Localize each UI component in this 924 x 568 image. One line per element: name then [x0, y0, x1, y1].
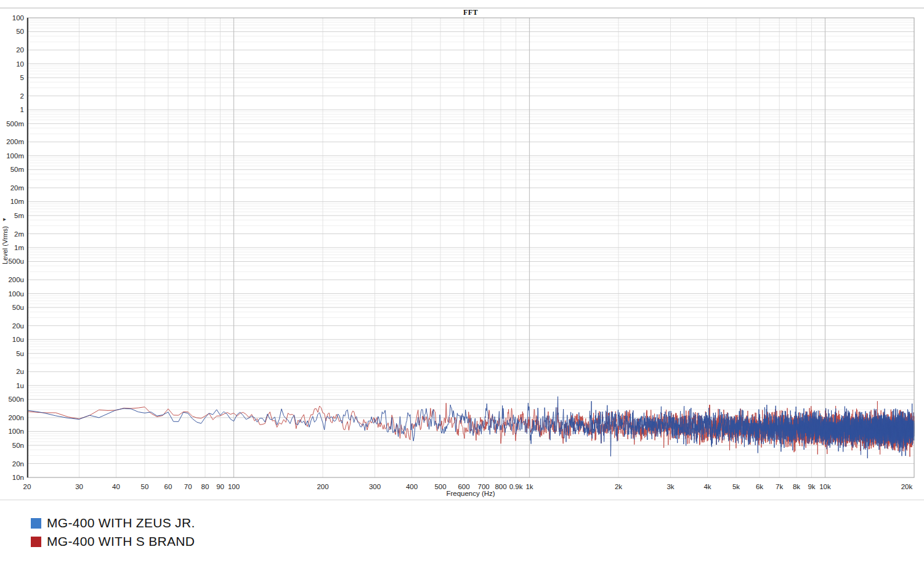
svg-text:200m: 200m — [6, 138, 24, 145]
svg-text:1u: 1u — [16, 382, 24, 389]
svg-text:5m: 5m — [14, 212, 24, 219]
svg-text:10u: 10u — [12, 336, 24, 343]
svg-text:1m: 1m — [14, 244, 24, 251]
svg-text:50m: 50m — [10, 166, 24, 173]
svg-text:200u: 200u — [8, 276, 24, 283]
axis-cursor-icon: ◄ — [2, 217, 7, 222]
svg-text:5u: 5u — [16, 350, 24, 357]
svg-text:100m: 100m — [6, 152, 24, 160]
x-axis-title: Frequency (Hz) — [27, 490, 914, 497]
svg-text:50n: 50n — [12, 442, 24, 449]
svg-text:500u: 500u — [8, 258, 24, 265]
svg-text:20u: 20u — [12, 322, 24, 330]
series-label: MG-400 WITH S BRAND — [47, 534, 195, 549]
series-color-swatch-red — [31, 537, 41, 547]
plot-area: 100502010521500m200m100m50m20m10m5m2m1m5… — [0, 0, 924, 511]
svg-text:2m: 2m — [14, 230, 24, 238]
svg-text:20n: 20n — [12, 460, 24, 468]
series-label: MG-400 WITH ZEUS JR. — [47, 516, 195, 530]
svg-text:10m: 10m — [10, 198, 24, 205]
y-axis-title-text: Level (Vrms) — [1, 226, 9, 264]
svg-text:2u: 2u — [16, 368, 24, 375]
svg-text:50: 50 — [16, 28, 24, 35]
fft-chart-panel: FFT AP 100502010521500m200m100m50m20m10m… — [0, 0, 924, 568]
svg-text:50u: 50u — [12, 304, 24, 311]
svg-text:100n: 100n — [8, 428, 24, 435]
svg-text:5: 5 — [20, 74, 24, 81]
panel-bottom-border — [0, 500, 924, 500]
legend: MG-400 WITH ZEUS JR. MG-400 WITH S BRAND — [31, 514, 195, 551]
svg-text:200n: 200n — [8, 414, 24, 421]
svg-text:500n: 500n — [8, 396, 24, 403]
svg-text:100: 100 — [12, 14, 24, 22]
svg-text:20m: 20m — [10, 184, 24, 192]
series-color-swatch-blue — [31, 518, 41, 529]
svg-text:10: 10 — [16, 60, 24, 68]
y-axis-title: Level (Vrms) ◄ — [1, 217, 9, 264]
svg-text:500m: 500m — [6, 120, 24, 128]
svg-text:1: 1 — [20, 106, 24, 113]
svg-text:2: 2 — [20, 92, 24, 100]
svg-text:100u: 100u — [8, 290, 24, 298]
svg-text:10n: 10n — [12, 474, 24, 481]
legend-item-zeus-jr: MG-400 WITH ZEUS JR. — [31, 514, 195, 532]
legend-item-s-brand: MG-400 WITH S BRAND — [31, 532, 195, 551]
svg-text:20: 20 — [16, 46, 24, 54]
